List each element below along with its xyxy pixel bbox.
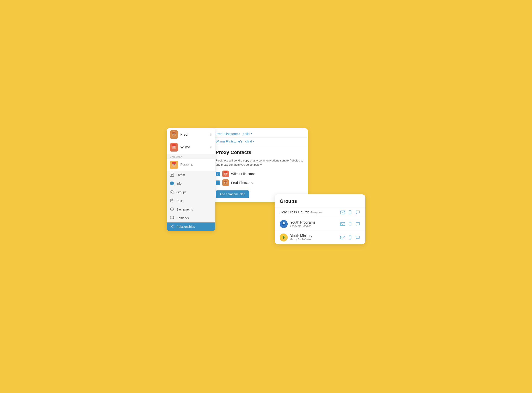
sidebar-item-sacraments[interactable]: Sacraments: [167, 205, 215, 214]
email-icon[interactable]: [340, 210, 345, 215]
svg-point-13: [174, 147, 175, 147]
remarks-label: Remarks: [176, 216, 189, 220]
sidebar-item-remarks[interactable]: Remarks: [167, 214, 215, 222]
proxy-wilma-row: ✓ Wilma Flintstone: [216, 171, 303, 177]
svg-point-5: [173, 134, 174, 134]
svg-point-53: [350, 213, 350, 214]
chat-icon[interactable]: [355, 210, 360, 215]
group-row-holy-cross: Holy Cross Church Everyone: [275, 207, 365, 217]
svg-point-6: [174, 134, 175, 134]
latest-icon: [170, 173, 174, 177]
info-icon: [170, 181, 174, 186]
youth-programs-info: Youth Programs Proxy for Pebbles: [290, 221, 337, 227]
mobile-icon[interactable]: [347, 210, 353, 215]
proxy-contacts-title: Proxy Contacts: [216, 150, 303, 155]
sidebar-member-wilma[interactable]: Wilma ♛: [167, 141, 215, 154]
svg-point-42: [225, 173, 225, 174]
youth-ministry-comm-icons: [340, 235, 360, 240]
svg-point-12: [173, 147, 174, 147]
svg-point-9: [172, 144, 176, 147]
svg-point-29: [171, 191, 172, 192]
youth-ministry-sub: Proxy for Pebbles: [290, 238, 337, 241]
latest-label: Latest: [176, 173, 185, 177]
sacraments-icon: [170, 207, 174, 212]
fred-checkbox[interactable]: ✓: [216, 181, 220, 185]
holy-cross-info: Holy Cross Church Everyone: [280, 210, 337, 214]
sidebar-item-groups[interactable]: Groups: [167, 188, 215, 196]
youth-programs-sub: Proxy for Pebbles: [290, 224, 337, 227]
svg-rect-24: [171, 174, 173, 175]
wilma-checkbox[interactable]: ✓: [216, 172, 220, 176]
svg-point-63: [350, 238, 350, 239]
youth-ministry-info: Youth Ministry Proxy for Pebbles: [290, 234, 337, 241]
docs-icon: [170, 199, 174, 203]
children-label: CHILDREN: [167, 154, 215, 159]
chat-icon-3[interactable]: [355, 235, 360, 240]
relationship-row-wilma[interactable]: Wilma Flintstone's child ▾: [211, 138, 308, 145]
group-row-youth-programs: Youth Programs Proxy for Pebbles: [275, 217, 365, 231]
svg-rect-23: [171, 174, 173, 174]
fred-proxy-name: Fred Flintstone: [231, 181, 253, 184]
sidebar-item-docs[interactable]: Docs: [167, 196, 215, 205]
svg-point-39: [224, 171, 227, 173]
group-row-youth-ministry: Youth Ministry Proxy for Pebbles: [275, 231, 365, 244]
fred-chevron-icon: ▾: [251, 132, 252, 135]
groups-title: Groups: [280, 198, 360, 204]
fred-crown-icon: ♛: [209, 133, 212, 136]
proxy-fred-row: ✓ Fred Flintstone: [216, 179, 303, 186]
wilma-avatar: [170, 143, 178, 152]
sidebar-item-relationships[interactable]: Relationships: [167, 222, 215, 231]
svg-rect-25: [171, 175, 172, 176]
email-icon-3[interactable]: [340, 235, 345, 240]
groups-label: Groups: [176, 190, 187, 194]
pebbles-avatar: [170, 161, 178, 169]
relationship-row-fred[interactable]: Fred Flintstone's child ▾: [211, 130, 308, 138]
svg-point-59: [350, 225, 350, 225]
youth-ministry-avatar: [280, 234, 288, 241]
docs-label: Docs: [176, 199, 184, 203]
wilma-proxy-avatar: [222, 171, 229, 177]
groups-header: Groups: [275, 194, 365, 207]
svg-point-35: [173, 225, 174, 226]
remarks-icon: [170, 216, 174, 221]
fred-avatar: [170, 130, 178, 139]
sidebar-member-fred[interactable]: Fred ♛: [167, 128, 215, 141]
svg-point-30: [172, 191, 173, 192]
proxy-contacts-card: Fred Flintstone's child ▾ Wilma Flintsto…: [211, 128, 308, 202]
sacraments-label: Sacraments: [176, 208, 193, 211]
svg-point-21: [174, 164, 175, 165]
info-label: Info: [176, 182, 181, 185]
wilma-chevron-icon: ▾: [253, 140, 254, 143]
svg-point-49: [225, 182, 225, 183]
svg-point-34: [170, 226, 171, 227]
youth-ministry-name: Youth Ministry: [290, 234, 337, 238]
fred-relationship-text: Fred Flintstone's child: [216, 132, 250, 136]
relationships-label: Relationships: [176, 225, 195, 228]
sidebar-item-info[interactable]: Info: [167, 179, 215, 188]
youth-programs-name: Youth Programs: [290, 221, 337, 224]
top-divider: [216, 128, 303, 128]
relationships-icon: [170, 224, 174, 229]
add-someone-button[interactable]: Add someone else: [216, 190, 249, 198]
fred-proxy-avatar: [222, 179, 229, 186]
mobile-icon-3[interactable]: [347, 235, 353, 240]
svg-point-50: [226, 182, 227, 183]
svg-point-2: [172, 132, 176, 135]
email-icon-2[interactable]: [340, 222, 345, 226]
svg-rect-51: [340, 211, 345, 214]
svg-rect-61: [340, 236, 345, 239]
wilma-crown-icon: ♛: [209, 146, 212, 149]
sidebar-member-pebbles[interactable]: Pebbles: [167, 159, 215, 171]
wilma-relationship-text: Wilma Flintstone's child: [216, 139, 252, 143]
svg-point-43: [226, 173, 227, 174]
youth-programs-avatar: [280, 220, 288, 228]
sidebar-item-latest[interactable]: Latest: [167, 171, 215, 179]
svg-point-46: [224, 181, 227, 183]
chat-icon-2[interactable]: [355, 222, 360, 226]
mobile-icon-2[interactable]: [347, 222, 353, 226]
groups-card: Groups Holy Cross Church Everyone: [275, 194, 365, 244]
svg-rect-27: [172, 183, 172, 184]
svg-point-28: [172, 182, 172, 183]
svg-point-36: [173, 227, 174, 228]
fred-name: Fred: [180, 133, 207, 137]
